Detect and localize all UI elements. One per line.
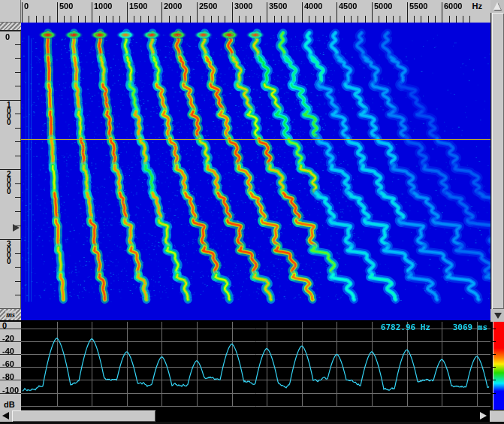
vertical-scrollbar-thumb[interactable] <box>492 13 504 309</box>
horizontal-scrollbar-thumb[interactable] <box>12 410 155 422</box>
freq-minor-tick <box>50 16 50 23</box>
freq-minor-tick <box>211 16 212 23</box>
legend-tick <box>493 341 496 342</box>
freq-tick-label: 2000 <box>164 2 182 11</box>
freq-major-tick <box>442 2 442 23</box>
arrow-up-icon <box>493 2 501 10</box>
freq-minor-tick <box>428 16 429 23</box>
time-minor-tick <box>15 114 21 114</box>
freq-minor-tick <box>106 16 107 23</box>
time-unit-box: ms <box>0 308 21 320</box>
freq-minor-tick <box>64 16 65 23</box>
db-unit-label: dB <box>4 400 15 409</box>
freq-minor-tick <box>43 16 44 23</box>
time-minor-tick <box>15 295 21 295</box>
time-minor-tick <box>15 183 21 184</box>
spectrogram-canvas[interactable] <box>21 23 490 320</box>
freq-major-tick <box>22 2 23 23</box>
time-minor-tick <box>15 211 21 212</box>
freq-minor-tick <box>393 16 394 23</box>
freq-minor-tick <box>330 16 330 23</box>
time-tick-label: 2 0 0 0 <box>7 171 11 194</box>
time-minor-tick <box>15 141 21 142</box>
freq-minor-tick <box>469 16 470 23</box>
freq-minor-tick <box>29 16 29 23</box>
freq-major-tick <box>161 2 162 23</box>
freq-tick-label: 6000 <box>444 2 462 11</box>
time-major-tick <box>0 30 21 31</box>
freq-minor-tick <box>456 16 457 23</box>
freq-minor-tick <box>358 16 358 23</box>
freq-minor-tick <box>344 16 345 23</box>
freq-major-tick <box>372 2 373 23</box>
time-minor-tick <box>15 226 21 226</box>
spectrum-canvas <box>21 320 490 410</box>
freq-minor-tick <box>218 16 219 23</box>
freq-tick-label: 2500 <box>199 2 217 11</box>
freq-major-tick <box>337 2 337 23</box>
frequency-readout: 6782.96 Hz <box>381 323 430 332</box>
freq-minor-tick <box>379 16 379 23</box>
db-tick-label: -100 <box>2 386 19 395</box>
freq-minor-tick <box>309 16 309 23</box>
db-tick-label: 0 <box>2 321 7 330</box>
freq-major-tick <box>197 2 198 23</box>
freq-tick-label: 1000 <box>94 2 112 11</box>
freq-minor-tick <box>183 16 183 23</box>
freq-minor-tick <box>421 16 421 23</box>
freq-minor-tick <box>113 16 113 23</box>
freq-minor-tick <box>78 16 79 23</box>
legend-tick <box>493 393 496 394</box>
time-minor-tick <box>15 44 21 45</box>
db-tick-label: -40 <box>2 347 14 356</box>
freq-minor-tick <box>119 16 120 23</box>
freq-minor-tick <box>288 16 288 23</box>
freq-major-tick <box>57 2 58 23</box>
freq-minor-tick <box>85 16 86 23</box>
freq-minor-tick <box>169 16 170 23</box>
freq-major-tick <box>232 2 233 23</box>
scrollbar-corner-box <box>490 410 504 422</box>
db-tick-label: -20 <box>2 334 14 343</box>
freq-minor-tick <box>449 16 450 23</box>
freq-minor-tick <box>148 16 149 23</box>
time-minor-tick <box>15 253 21 254</box>
time-minor-tick <box>15 58 21 59</box>
freq-minor-tick <box>400 16 400 23</box>
time-tick-label: 3 0 0 0 <box>7 241 11 264</box>
freq-major-tick <box>267 2 267 23</box>
freq-minor-tick <box>204 16 204 23</box>
legend-tick <box>493 354 496 355</box>
freq-minor-tick <box>281 16 282 23</box>
freq-unit-label: Hz <box>460 2 482 11</box>
freq-tick-label: 3000 <box>234 2 252 11</box>
freq-minor-tick <box>71 16 71 23</box>
time-minor-tick <box>15 281 21 282</box>
freq-minor-tick <box>323 16 324 23</box>
db-tick-label: -60 <box>2 359 14 368</box>
freq-tick-label: 3500 <box>269 2 287 11</box>
time-minor-tick <box>15 156 21 156</box>
freq-major-tick <box>92 2 92 23</box>
colormap-legend <box>493 322 504 410</box>
freq-minor-tick <box>225 16 225 23</box>
freq-minor-tick <box>294 16 295 23</box>
freq-minor-tick <box>435 16 436 23</box>
freq-minor-tick <box>274 16 275 23</box>
freq-major-tick <box>407 2 408 23</box>
freq-minor-tick <box>36 16 37 23</box>
freq-minor-tick <box>190 16 191 23</box>
freq-minor-tick <box>176 16 177 23</box>
time-tick-label: 0 <box>5 32 10 41</box>
time-tick-label: 1 0 0 0 <box>7 102 11 125</box>
freq-minor-tick <box>239 16 240 23</box>
app-window: ms Hz 6782.96 Hz 3069 ms 050010001500200… <box>0 0 504 424</box>
freq-tick-label: 5500 <box>409 2 427 11</box>
db-tick-label: -80 <box>2 372 14 381</box>
freq-minor-tick <box>134 16 134 23</box>
legend-tick <box>493 380 496 380</box>
freq-minor-tick <box>253 16 254 23</box>
time-readout: 3069 ms <box>453 323 487 332</box>
freq-minor-tick <box>155 16 155 23</box>
arrow-right-icon[interactable] <box>480 412 487 419</box>
